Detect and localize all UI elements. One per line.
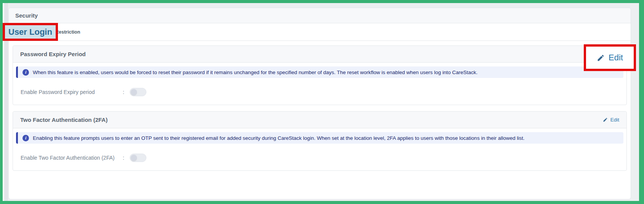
tab-user-login[interactable]: User Login — [8, 27, 52, 37]
info-icon: i — [22, 135, 29, 141]
edit-button-label: Edit — [610, 117, 619, 123]
password-expiry-toggle-switch[interactable] — [130, 88, 146, 96]
tab-restriction[interactable]: Restriction — [55, 29, 80, 35]
two-factor-card: Two Factor Authentication (2FA) Edit i E… — [13, 111, 627, 171]
screenshot-frame: Security User Login Restriction Password… — [0, 0, 644, 204]
edit-button-highlight: Edit — [584, 44, 636, 71]
switch-knob — [131, 155, 137, 161]
edit-button-label: Edit — [609, 53, 623, 63]
label-separator: : — [123, 89, 124, 95]
info-icon: i — [22, 69, 29, 76]
card-title: Password Expiry Period — [20, 51, 86, 57]
two-factor-toggle-switch[interactable] — [130, 154, 146, 162]
two-factor-card-body: i Enabling this feature prompts users to… — [13, 128, 626, 170]
info-alert: i Enabling this feature prompts users to… — [16, 132, 623, 144]
edit-button[interactable]: Edit — [597, 53, 623, 63]
page-background: Security User Login Restriction Password… — [3, 3, 639, 201]
user-login-tab-highlight: User Login — [3, 23, 58, 41]
pencil-icon — [597, 54, 605, 62]
panel-content: Password Expiry Period Edit — [9, 41, 631, 171]
info-alert: i When this feature is enabled, users wo… — [16, 66, 623, 78]
security-panel: Security User Login Restriction Password… — [8, 8, 631, 199]
toggle-label: Enable Two Factor Authentication (2FA) — [21, 155, 123, 161]
toggle-row: Enable Two Factor Authentication (2FA) : — [21, 154, 623, 162]
toggle-label: Enable Password Expiry period — [21, 89, 123, 95]
tab-bar: User Login Restriction — [9, 23, 631, 41]
page-title: Security — [15, 12, 38, 19]
pencil-icon — [603, 117, 608, 122]
password-expiry-card-body: i When this feature is enabled, users wo… — [13, 63, 626, 105]
password-expiry-card-header: Password Expiry Period Edit — [13, 46, 626, 63]
info-alert-text: When this feature is enabled, users woul… — [33, 70, 478, 75]
card-title: Two Factor Authentication (2FA) — [20, 117, 108, 123]
toggle-row: Enable Password Expiry period : — [21, 88, 623, 96]
label-separator: : — [123, 155, 124, 161]
switch-knob — [131, 89, 137, 95]
panel-header: Security — [9, 8, 631, 23]
edit-button[interactable]: Edit — [603, 117, 619, 123]
info-alert-text: Enabling this feature prompts users to e… — [33, 135, 525, 141]
two-factor-card-header: Two Factor Authentication (2FA) Edit — [13, 112, 626, 128]
password-expiry-card: Password Expiry Period Edit — [13, 45, 627, 105]
